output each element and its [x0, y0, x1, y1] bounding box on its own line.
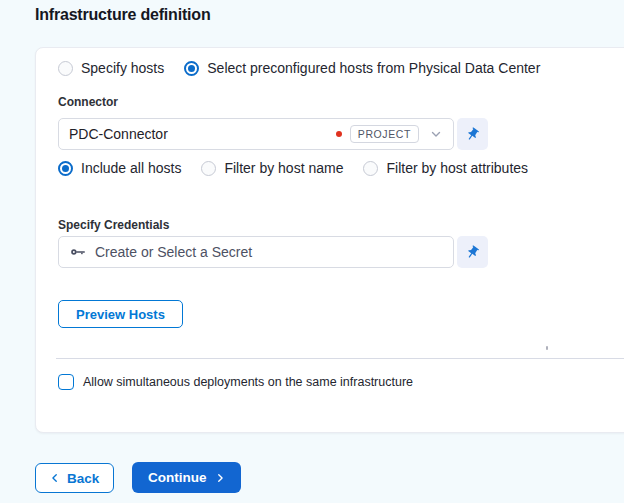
- radio-label: Filter by host attributes: [386, 160, 528, 176]
- connector-value: PDC-Connector: [69, 126, 328, 142]
- radio-option-include-all-hosts[interactable]: Include all hosts: [58, 160, 181, 176]
- connector-pin-button[interactable]: [457, 118, 488, 150]
- radio-option-filter-by-host-attributes[interactable]: Filter by host attributes: [363, 160, 528, 176]
- radio-label: Include all hosts: [81, 160, 181, 176]
- required-dot-icon: [336, 131, 342, 137]
- continue-button[interactable]: Continue: [132, 462, 241, 493]
- radio-label: Specify hosts: [81, 60, 164, 76]
- simultaneous-deployments-row[interactable]: Allow simultaneous deployments on the sa…: [58, 374, 413, 390]
- radio-option-filter-by-host-name[interactable]: Filter by host name: [201, 160, 343, 176]
- secret-select-field[interactable]: Create or Select a Secret: [58, 236, 454, 268]
- radio-label: Select preconfigured hosts from Physical…: [207, 60, 540, 76]
- scope-badge: PROJECT: [350, 125, 419, 143]
- connector-select-field[interactable]: PDC-Connector PROJECT: [58, 118, 454, 150]
- back-button[interactable]: Back: [35, 463, 114, 493]
- host-source-radio-group: Specify hosts Select preconfigured hosts…: [58, 60, 540, 76]
- connector-field-row: PDC-Connector PROJECT: [58, 118, 488, 150]
- simultaneous-deployments-checkbox[interactable]: [58, 374, 74, 390]
- host-filter-radio-group: Include all hosts Filter by host name Fi…: [58, 160, 528, 176]
- credentials-field-row: Create or Select a Secret: [58, 236, 488, 268]
- pin-icon: [465, 127, 480, 142]
- radio-icon[interactable]: [184, 61, 199, 76]
- secret-placeholder: Create or Select a Secret: [95, 244, 443, 260]
- radio-option-preconfigured-hosts[interactable]: Select preconfigured hosts from Physical…: [184, 60, 540, 76]
- radio-icon[interactable]: [201, 161, 216, 176]
- page-title: Infrastructure definition: [35, 6, 210, 24]
- chevron-left-icon: [50, 472, 60, 484]
- chevron-right-icon: [215, 472, 225, 484]
- radio-icon[interactable]: [58, 61, 73, 76]
- radio-label: Filter by host name: [224, 160, 343, 176]
- credentials-label: Specify Credentials: [58, 218, 169, 232]
- credentials-pin-button[interactable]: [457, 236, 488, 268]
- tiny-artifact-mark: [546, 346, 548, 350]
- section-divider: [56, 358, 624, 359]
- radio-icon[interactable]: [363, 161, 378, 176]
- key-icon: [69, 243, 87, 261]
- radio-icon[interactable]: [58, 161, 73, 176]
- preview-hosts-button[interactable]: Preview Hosts: [58, 300, 183, 328]
- radio-option-specify-hosts[interactable]: Specify hosts: [58, 60, 164, 76]
- infrastructure-definition-card: Specify hosts Select preconfigured hosts…: [35, 47, 624, 433]
- back-button-label: Back: [67, 471, 99, 486]
- checkbox-label: Allow simultaneous deployments on the sa…: [83, 375, 413, 389]
- chevron-down-icon[interactable]: [427, 127, 443, 141]
- continue-button-label: Continue: [148, 470, 207, 485]
- pin-icon: [465, 245, 480, 260]
- connector-label: Connector: [58, 95, 118, 109]
